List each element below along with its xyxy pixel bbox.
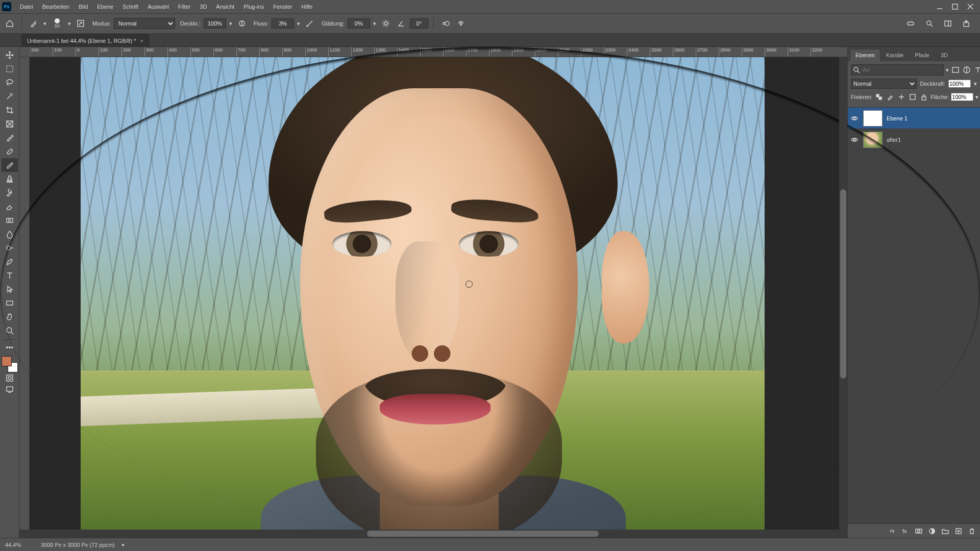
layer-mask-button[interactable] <box>914 526 924 536</box>
layer-row[interactable]: Ebene 1 <box>848 108 980 129</box>
marquee-tool[interactable] <box>2 62 18 76</box>
lasso-tool[interactable] <box>2 76 18 89</box>
layer-visibility-toggle[interactable] <box>850 114 859 123</box>
layer-opacity-dropdown[interactable]: ▾ <box>974 81 977 87</box>
workspace-button[interactable] <box>941 17 954 30</box>
flow-input[interactable] <box>272 18 294 29</box>
menu-auswahl[interactable]: Auswahl <box>143 0 174 13</box>
foreground-color-swatch[interactable] <box>2 356 12 366</box>
new-layer-button[interactable] <box>953 526 964 536</box>
lock-transparency-button[interactable] <box>874 92 884 102</box>
ruler-origin[interactable] <box>19 47 30 57</box>
menu-3d[interactable]: 3D <box>195 0 211 13</box>
search-button[interactable] <box>923 17 936 30</box>
menu-bearbeiten[interactable]: Bearbeiten <box>38 0 74 13</box>
flow-dropdown[interactable]: ▾ <box>296 18 301 29</box>
screenmode-button[interactable] <box>2 384 18 395</box>
lock-pixels-button[interactable] <box>886 92 895 102</box>
home-button[interactable] <box>3 17 16 30</box>
angle-button[interactable] <box>395 17 408 30</box>
wand-tool[interactable] <box>2 89 18 103</box>
window-close-button[interactable] <box>963 0 978 13</box>
menu-hilfe[interactable]: Hilfe <box>297 0 317 13</box>
symmetry-button[interactable] <box>454 17 468 30</box>
pressure-opacity-toggle[interactable] <box>235 17 249 30</box>
vertical-scrollbar[interactable] <box>839 57 847 530</box>
layer-opacity-input[interactable] <box>948 80 971 88</box>
stamp-tool[interactable] <box>2 172 18 186</box>
layer-group-button[interactable] <box>940 526 950 536</box>
menu-filter[interactable]: Filter <box>174 0 195 13</box>
move-tool[interactable] <box>2 48 18 62</box>
pressure-size-toggle[interactable] <box>439 17 452 30</box>
layer-fill-input[interactable] <box>951 93 973 101</box>
filter-pixel-button[interactable] <box>951 65 960 75</box>
opacity-input[interactable] <box>204 18 226 29</box>
brush-panel-toggle[interactable] <box>74 17 87 30</box>
lock-position-button[interactable] <box>897 92 906 102</box>
panel-tab-kanäle[interactable]: Kanäle <box>880 49 909 61</box>
eraser-tool[interactable] <box>2 199 18 213</box>
lock-artboard-button[interactable] <box>908 92 917 102</box>
eyedropper-tool[interactable] <box>2 131 18 144</box>
scrollbar-thumb[interactable] <box>367 531 599 537</box>
tool-preset-button[interactable] <box>27 17 40 30</box>
menu-datei[interactable]: Datei <box>15 0 38 13</box>
panel-tab-ebenen[interactable]: Ebenen <box>850 49 880 61</box>
crop-tool[interactable] <box>2 103 18 117</box>
menu-fenster[interactable]: Fenster <box>268 0 297 13</box>
delete-layer-button[interactable] <box>967 526 977 536</box>
share-button[interactable] <box>960 17 973 30</box>
layer-style-button[interactable]: fx <box>900 526 911 536</box>
color-swatches[interactable] <box>2 356 18 372</box>
document-tab-close[interactable]: × <box>140 38 143 44</box>
brush-preset-dropdown[interactable]: ▾ <box>67 18 72 29</box>
frame-tool[interactable] <box>2 117 18 131</box>
document-info[interactable]: 3000 Px x 3000 Px (72 ppcm) <box>41 542 115 548</box>
doc-info-dropdown[interactable]: ▸ <box>122 541 125 548</box>
adjustment-layer-button[interactable] <box>927 526 937 536</box>
panel-tab-pfade[interactable]: Pfade <box>909 49 935 61</box>
scrollbar-thumb[interactable] <box>840 189 846 378</box>
brush-size-value: 50 <box>55 23 60 29</box>
airbrush-toggle[interactable] <box>303 17 316 30</box>
menu-ebene[interactable]: Ebene <box>92 0 118 13</box>
horizontal-scrollbar[interactable] <box>19 530 847 538</box>
zoom-level[interactable]: 44,4% <box>5 542 34 548</box>
menu-bild[interactable]: Bild <box>74 0 92 13</box>
layer-filter-input[interactable] <box>851 64 944 76</box>
document-tab[interactable]: Unbenannt-1 bei 44,4% (Ebene 1, RGB/8) *… <box>21 34 149 46</box>
panel-tab-3d[interactable]: 3D <box>935 49 953 61</box>
menu-ansicht[interactable]: Ansicht <box>211 0 239 13</box>
layer-row[interactable]: after1 <box>848 129 980 151</box>
link-layers-button[interactable] <box>887 526 897 536</box>
history-brush-tool[interactable] <box>2 186 18 199</box>
filter-type-button[interactable] <box>973 65 980 75</box>
layer-visibility-toggle[interactable] <box>850 135 859 144</box>
brush-preview[interactable]: 50 <box>50 16 65 31</box>
window-maximize-button[interactable] <box>947 0 963 13</box>
layer-name[interactable]: Ebene 1 <box>887 115 908 121</box>
smoothing-input[interactable] <box>348 18 370 29</box>
lock-all-button[interactable] <box>919 92 928 102</box>
tool-preset-dropdown[interactable]: ▾ <box>42 18 47 29</box>
gradient-tool[interactable] <box>2 213 18 227</box>
layer-filter-dropdown[interactable]: ▾ <box>946 67 949 73</box>
smoothing-dropdown[interactable]: ▾ <box>372 18 377 29</box>
healing-tool[interactable] <box>2 144 18 158</box>
menu-plug-ins[interactable]: Plug-ins <box>239 0 268 13</box>
layer-blend-mode-select[interactable]: Normal <box>851 79 917 89</box>
window-minimize-button[interactable] <box>932 0 947 13</box>
cloud-docs-button[interactable] <box>904 17 918 30</box>
opacity-dropdown[interactable]: ▾ <box>228 18 233 29</box>
quickmask-toggle[interactable] <box>2 372 18 384</box>
blend-mode-select[interactable]: Normal <box>114 18 175 29</box>
layer-name[interactable]: after1 <box>887 137 901 143</box>
smoothing-options-button[interactable] <box>379 17 393 30</box>
angle-input[interactable] <box>410 18 428 29</box>
brush-tool[interactable] <box>2 158 18 172</box>
layer-fill-dropdown[interactable]: ▾ <box>975 94 978 101</box>
filter-adjustment-button[interactable] <box>962 65 971 75</box>
menu-schrift[interactable]: Schrift <box>118 0 143 13</box>
layer-thumbnail[interactable] <box>863 110 883 127</box>
